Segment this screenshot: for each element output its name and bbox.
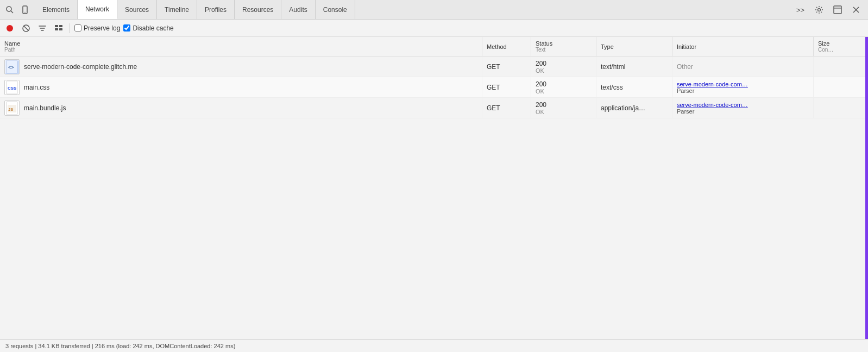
empty-area [0,118,868,227]
toolbar-separator-1 [70,23,70,33]
td-initiator-2: serve-modern-code-com… Parser [672,77,814,97]
svg-point-0 [7,7,11,11]
status-bar: 3 requests | 34.1 KB transferred | 216 m… [0,339,868,352]
settings-icon-button[interactable] [812,2,827,17]
tab-network[interactable]: Network [78,0,117,19]
filter-button[interactable] [36,22,49,35]
preserve-log-toggle[interactable]: Preserve log [74,24,120,32]
svg-text:>>: >> [796,6,804,14]
network-table: Name Path Method Status Text Type Initia… [0,37,868,339]
th-method[interactable]: Method [482,37,531,56]
tab-elements[interactable]: Elements [35,0,78,19]
table-header: Name Path Method Status Text Type Initia… [0,37,868,56]
scrollbar-indicator[interactable] [865,37,868,339]
svg-rect-16 [59,28,62,30]
svg-point-10 [7,25,13,32]
td-initiator-3: serve-modern-code-com… Parser [672,98,814,118]
td-size-2 [814,77,868,97]
execute-icon-button[interactable]: >> [793,2,808,17]
td-name-1: <> serve-modern-code-complete.glitch.me [0,56,482,77]
svg-text:CSS: CSS [8,86,17,91]
td-status-1: 200 OK [531,56,596,77]
table-row[interactable]: JS main.bundle.js GET 200 OK application… [0,98,868,118]
disable-cache-label: Disable cache [133,24,173,32]
td-method-2: GET [482,77,531,97]
th-size[interactable]: Size Con… [814,37,868,56]
td-type-1: text/html [596,56,672,77]
svg-point-3 [24,11,26,12]
svg-line-12 [24,26,28,30]
disable-cache-checkbox[interactable] [123,24,130,32]
td-size-1 [814,56,868,77]
table-row[interactable]: <> serve-modern-code-complete.glitch.me … [0,56,868,77]
th-name[interactable]: Name Path [0,37,482,56]
html-file-icon: <> [4,59,20,74]
nav-tabs: Elements Network Sources Timeline Profil… [35,0,355,19]
td-name-3: JS main.bundle.js [0,98,482,118]
tab-timeline[interactable]: Timeline [157,0,197,19]
svg-rect-15 [55,28,58,30]
dock-icon-button[interactable] [830,2,845,17]
tab-profiles[interactable]: Profiles [197,0,235,19]
td-type-2: text/css [596,77,672,97]
th-status[interactable]: Status Text [531,37,596,56]
tab-console[interactable]: Console [316,0,355,19]
js-file-icon: JS [4,100,20,116]
td-status-3: 200 OK [531,98,596,118]
top-nav: Elements Network Sources Timeline Profil… [0,0,868,20]
row-2-name: main.css [24,84,49,91]
tab-resources[interactable]: Resources [235,0,281,19]
td-status-2: 200 OK [531,77,596,97]
nav-right-icons: >> [793,2,866,17]
table-body: <> serve-modern-code-complete.glitch.me … [0,56,868,339]
th-initiator[interactable]: Initiator [672,37,814,56]
view-mode-button[interactable] [52,22,65,35]
css-file-icon: CSS [4,80,20,95]
svg-rect-14 [59,25,62,27]
row-3-name: main.bundle.js [24,104,66,112]
clear-button[interactable] [20,22,33,35]
tab-sources[interactable]: Sources [117,0,157,19]
status-text: 3 requests | 34.1 KB transferred | 216 m… [5,343,235,349]
svg-rect-6 [834,6,841,14]
preserve-log-label: Preserve log [84,24,120,32]
td-type-3: application/ja… [596,98,672,118]
record-button[interactable] [3,22,16,35]
mobile-button[interactable] [17,2,33,17]
svg-text:JS: JS [8,107,13,112]
th-type[interactable]: Type [596,37,672,56]
td-method-3: GET [482,98,531,118]
svg-rect-13 [55,25,58,27]
td-size-3 [814,98,868,118]
search-button[interactable] [2,2,17,17]
td-initiator-1: Other [672,56,814,77]
preserve-log-checkbox[interactable] [74,24,81,32]
close-icon-button[interactable] [848,2,864,17]
tab-audits[interactable]: Audits [281,0,315,19]
row-1-name: serve-modern-code-complete.glitch.me [24,63,137,71]
svg-point-5 [818,8,821,11]
table-row[interactable]: CSS main.css GET 200 OK text/css serve-m… [0,77,868,98]
td-name-2: CSS main.css [0,77,482,97]
td-method-1: GET [482,56,531,77]
main-area: Preserve log Disable cache Name Path Met… [0,20,868,352]
toolbar: Preserve log Disable cache [0,20,868,37]
svg-text:<>: <> [8,65,14,70]
disable-cache-toggle[interactable]: Disable cache [123,24,173,32]
svg-line-1 [11,11,13,13]
